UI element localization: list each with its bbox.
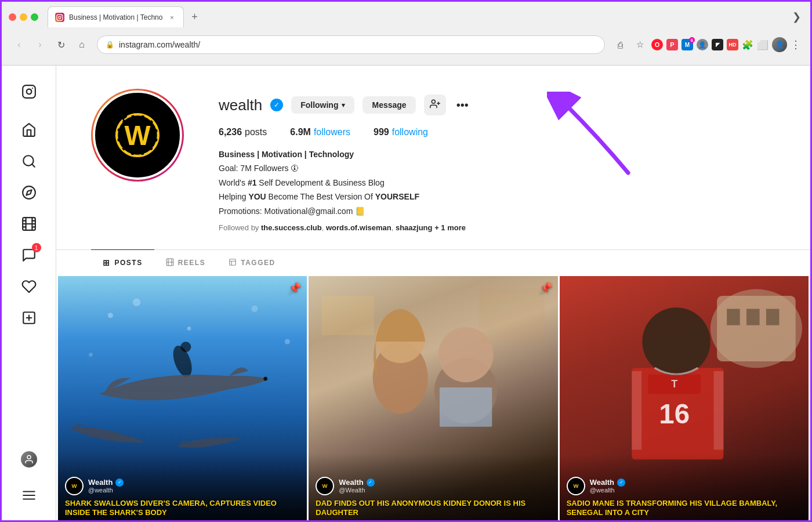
sidebar-item-explore[interactable]	[14, 178, 44, 207]
profile-avatar[interactable]: W	[91, 89, 184, 182]
svg-rect-33	[230, 259, 236, 266]
user-avatar[interactable]: 👤	[772, 37, 787, 52]
svg-point-50	[438, 327, 494, 382]
followed-by-name-1[interactable]: the.success.club	[261, 223, 322, 232]
followers-stat[interactable]: 6.9M followers	[290, 127, 350, 137]
tagged-tab-icon	[229, 258, 237, 268]
post-account-info-3: Wealth ✓ @wealth	[590, 478, 625, 494]
edge-extension[interactable]: M 6	[682, 39, 693, 50]
add-person-button[interactable]	[424, 95, 446, 115]
chevron-down-icon: ▾	[342, 102, 345, 109]
followed-by-more[interactable]: + 1 more	[434, 223, 466, 232]
url-bar[interactable]: 🔒 instagram.com/wealth/	[97, 35, 605, 54]
close-window-button[interactable]	[9, 13, 16, 21]
post-avatar-3: W	[567, 477, 585, 495]
hd-extension[interactable]: HD	[727, 39, 738, 50]
bio-email: Promotions: Motivational@gmail.com 📒	[219, 205, 659, 217]
post-item-1[interactable]: 📌 W Wealth ✓	[58, 276, 307, 522]
post-account-1: W Wealth ✓ @wealth	[65, 477, 300, 495]
post-item-3[interactable]: 16 T	[560, 276, 809, 522]
post-avatar-2: W	[316, 477, 334, 495]
svg-rect-55	[717, 296, 796, 361]
svg-text:W: W	[573, 483, 578, 489]
main-layout: W wealth ✓ Following ▾	[2, 66, 810, 522]
svg-rect-0	[57, 14, 63, 20]
post-handle-3: @wealth	[590, 487, 625, 494]
svg-rect-2	[23, 85, 35, 98]
sidebar-item-messages[interactable]	[14, 241, 44, 270]
active-tab[interactable]: Business | Motivation | Techno ×	[48, 6, 184, 27]
posts-grid: 📌 W Wealth ✓	[56, 276, 810, 522]
extension-icon-2[interactable]: ◤	[712, 39, 723, 50]
post-pin-icon-1: 📌	[288, 282, 301, 295]
svg-line-5	[32, 164, 35, 167]
split-screen-button[interactable]: ⬜	[757, 39, 768, 50]
post-account-info-2: Wealth ✓ @Wealth	[339, 478, 374, 494]
svg-point-36	[187, 327, 191, 331]
share-button[interactable]: ⎙	[612, 37, 628, 53]
minimize-window-button[interactable]	[20, 13, 27, 21]
tab-tagged[interactable]: TAGGED	[217, 249, 287, 276]
following-stat[interactable]: 999 following	[374, 127, 428, 137]
forward-button[interactable]: ›	[32, 37, 48, 53]
opera-extension[interactable]: O	[651, 39, 663, 50]
posts-label: posts	[245, 127, 267, 137]
profile-username: wealth	[219, 96, 262, 114]
posts-stat: 6,236 posts	[219, 127, 267, 137]
following-button[interactable]: Following ▾	[291, 96, 354, 114]
tab-posts[interactable]: ⊞ POSTS	[91, 249, 154, 276]
svg-point-34	[108, 313, 113, 318]
extensions-button[interactable]: 🧩	[742, 39, 753, 50]
followed-by-name-2[interactable]: words.of.wiseman	[326, 223, 392, 232]
back-button[interactable]: ‹	[11, 37, 27, 53]
reels-tab-icon	[166, 258, 174, 268]
extension-icon-1[interactable]: 👤	[697, 39, 708, 50]
post-caption-3: SADIO MANE IS TRANSFORMING HIS VILLAGE B…	[567, 499, 802, 519]
maximize-window-button[interactable]	[31, 13, 38, 21]
post-handle-1: @wealth	[88, 487, 124, 494]
browser-menu-button[interactable]: ⋮	[791, 38, 801, 51]
tab-reels[interactable]: REELS	[154, 249, 217, 276]
post-verified-1: ✓	[115, 478, 124, 487]
nav-buttons: ‹ › ↻ ⌂	[11, 37, 90, 53]
sidebar-item-more[interactable]	[14, 481, 44, 510]
post-name-1: Wealth	[88, 478, 113, 487]
svg-point-41	[180, 342, 191, 352]
profile-stats: 6,236 posts 6.9M followers 999 following	[219, 127, 659, 137]
sidebar-item-instagram-logo[interactable]	[14, 77, 44, 106]
sidebar-item-search[interactable]	[14, 147, 44, 176]
post-handle-2: @Wealth	[339, 487, 374, 494]
post-caption-2: DAD FINDS OUT HIS ANONYMOUS KIDNEY DONOR…	[316, 499, 550, 519]
post-verified-2: ✓	[367, 478, 375, 487]
sidebar-item-create[interactable]	[14, 303, 44, 332]
svg-point-39	[285, 339, 290, 344]
followers-label: followers	[314, 127, 350, 137]
browser-dropdown-button[interactable]: ❯	[792, 10, 803, 23]
svg-rect-56	[727, 309, 740, 325]
refresh-button[interactable]: ↻	[53, 37, 69, 53]
tab-close-button[interactable]: ×	[167, 13, 176, 22]
new-tab-button[interactable]: +	[186, 9, 202, 25]
post-item-2[interactable]: 📌 W Wealth ✓	[309, 276, 557, 522]
svg-text:W: W	[72, 483, 77, 489]
svg-text:16: 16	[659, 398, 690, 429]
sidebar-item-notifications[interactable]	[14, 272, 44, 301]
sidebar	[2, 66, 56, 522]
tab-favicon	[55, 13, 64, 22]
message-button[interactable]: Message	[362, 96, 415, 114]
more-options-button[interactable]: •••	[454, 96, 471, 114]
svg-point-37	[251, 306, 258, 312]
url-text: instagram.com/wealth/	[119, 40, 596, 49]
post-name-2: Wealth	[339, 478, 363, 487]
svg-text:W: W	[322, 483, 328, 489]
svg-rect-45	[322, 296, 374, 335]
home-nav-button[interactable]: ⌂	[74, 37, 90, 53]
followed-by-name-3[interactable]: shaazjung	[396, 223, 433, 232]
sidebar-item-profile[interactable]	[14, 445, 44, 474]
svg-point-61	[642, 307, 710, 376]
post-overlay-1: W Wealth ✓ @wealth SHARK SWALLOWS DIVER'…	[58, 454, 307, 523]
sidebar-item-reels[interactable]	[14, 209, 44, 238]
bookmark-button[interactable]: ☆	[632, 37, 648, 53]
sidebar-item-home[interactable]	[14, 115, 44, 144]
pocket-extension[interactable]: P	[666, 39, 678, 50]
